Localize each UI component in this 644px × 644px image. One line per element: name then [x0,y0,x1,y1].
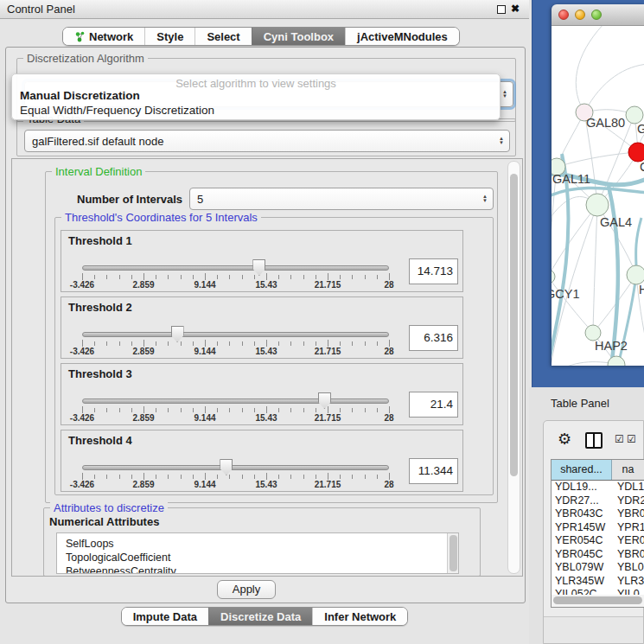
tick-label: 15.43 [248,347,284,356]
table-row[interactable]: YLR345WYLR3 [552,575,644,589]
threshold-label: Threshold 2 [68,301,132,314]
network-edge[interactable] [576,26,607,112]
tick-label: 28 [371,280,407,290]
algorithm-dropdown-popup: Select algorithm to view settings Manual… [11,73,501,120]
list-item[interactable]: TopologicalCoefficient [57,551,458,564]
tick-mark [278,341,279,346]
threshold-value-field[interactable]: 6.316 [409,325,458,351]
table-row[interactable]: YDL19...YDL1 [552,481,644,494]
threshold-value-field[interactable]: 11.344 [409,458,458,484]
table-row[interactable]: YBL079WYBL0 [552,561,644,575]
tick-mark [217,475,218,479]
column-header-name[interactable]: na [612,460,644,480]
tick-mark [340,275,341,279]
apply-button[interactable]: Apply [217,580,276,599]
table-data-combobox[interactable]: galFiltered.sif default node ▲▼ [24,130,510,152]
cell-name: YER0 [612,534,644,548]
node-label: C [640,160,644,174]
tab-label: jActiveMNodules [357,30,448,43]
network-node[interactable] [608,356,625,366]
network-edge[interactable] [593,205,597,333]
minimize-traffic-light-icon[interactable] [575,10,585,20]
tick-mark [242,475,243,479]
network-window[interactable]: GAL80GACGAL11GAL4GCY1HHAP2 [552,4,644,366]
table-row[interactable]: YDR27...YDR2 [552,494,644,508]
network-edge[interactable] [552,205,597,366]
slider-track[interactable] [82,332,389,337]
cell-shared-name: YBR045C [552,548,612,562]
table-hscrollbar-thumb[interactable] [553,596,642,604]
tab-jactivemnodules[interactable]: jActiveMNodules [345,28,459,45]
column-header-shared-name[interactable]: shared... [552,460,612,480]
list-scrollbar[interactable] [447,533,458,573]
network-edge[interactable] [557,152,638,167]
algorithm-option-manual[interactable]: Manual Discretization [20,89,140,102]
gear-icon[interactable]: ⚙ [558,430,571,449]
tick-mark [143,473,144,480]
network-edge[interactable] [552,205,597,277]
threshold-value-field[interactable]: 14.713 [409,258,458,284]
tick-mark [119,408,120,412]
network-edge[interactable] [552,362,616,366]
tab-network[interactable]: Network [63,28,144,45]
number-of-intervals-combobox[interactable]: 5 ▲▼ [189,188,494,210]
network-node-ga[interactable] [626,106,643,124]
tab-label: Style [156,30,183,43]
network-node-h[interactable] [627,265,644,284]
tab-impute-data[interactable]: Impute Data [122,608,208,625]
list-item[interactable]: BetweennessCentrality [57,564,458,574]
table-hscrollbar[interactable] [552,595,644,607]
table-row[interactable]: YER054CYER0 [552,534,644,548]
table-row[interactable]: YBR045CYBR0 [552,548,644,562]
numerical-attributes-list[interactable]: SelfLoopsTopologicalCoefficientBetweenne… [56,532,459,574]
settings-scrollbar[interactable] [507,161,520,574]
node-label: GAL4 [600,215,632,229]
network-node-c[interactable] [628,143,644,162]
list-item[interactable]: SelfLoops [57,537,458,551]
tick-mark [143,273,144,280]
cell-name: YLR3 [612,575,644,589]
tab-label: Discretize Data [220,610,301,623]
list-scrollbar-thumb[interactable] [450,535,457,571]
tick-mark [156,408,156,412]
algorithm-hint: Select algorithm to view settings [12,77,500,90]
tab-cyni-toolbox[interactable]: Cyni Toolbox [252,28,345,45]
tick-mark [254,475,255,479]
tab-infer-network[interactable]: Infer Network [312,608,407,625]
tick-label: -3.426 [64,480,100,489]
tick-mark [328,273,328,280]
checkbox-icon[interactable]: ☑ [627,433,636,445]
tick-mark [131,408,132,412]
bottom-tab-bar-wrap: Impute DataDiscretize DataInfer Network [0,607,529,626]
tick-mark [193,341,194,346]
columns-icon[interactable] [585,432,603,449]
network-node-gal4[interactable] [586,194,609,216]
network-edge[interactable] [557,112,584,167]
threshold-label: Threshold 3 [68,367,132,380]
tick-mark [278,475,279,479]
slider-track[interactable] [82,399,389,404]
network-edge[interactable] [552,364,616,366]
slider-track[interactable] [82,265,389,271]
node-label: HAP2 [595,339,628,353]
close-icon[interactable]: ✖ [511,3,520,15]
algorithm-option-equal-width[interactable]: Equal Width/Frequency Discretization [20,104,214,117]
table-row[interactable]: YPR145WYPR1 [552,521,644,535]
threshold-value-field[interactable]: 21.4 [409,392,458,418]
settings-scrollbar-thumb[interactable] [510,174,518,476]
close-traffic-light-icon[interactable] [558,10,569,20]
zoom-traffic-light-icon[interactable] [591,10,602,20]
tab-style[interactable]: Style [144,28,194,45]
tab-select[interactable]: Select [194,28,251,45]
network-node-gcy1[interactable] [552,270,555,284]
float-window-icon[interactable] [497,5,506,14]
checkbox-icon[interactable]: ☑ [615,433,624,445]
slider-track[interactable] [82,465,389,470]
tick-label: 28 [371,480,407,489]
tab-discretize-data[interactable]: Discretize Data [208,608,312,625]
network-canvas[interactable]: GAL80GACGAL11GAL4GCY1HHAP2 [552,26,644,366]
table-row[interactable]: YBR043CYBR0 [552,507,644,521]
table-panel: Table Panel ⚙ ☑ ☑ shared... na YDL19...Y… [529,387,644,644]
network-edge[interactable] [584,64,644,112]
tick-mark [205,340,206,347]
